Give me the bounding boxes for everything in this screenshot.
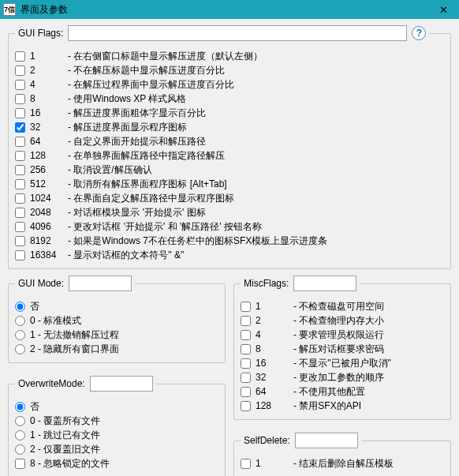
gui-flag-num: 512 xyxy=(30,177,63,191)
overwrite-mode-item-row[interactable]: 2 - 仅覆盖旧文件 xyxy=(15,442,218,456)
gui-flag-checkbox[interactable] xyxy=(15,222,25,232)
self-delete-input[interactable] xyxy=(295,433,358,448)
gui-flag-desc: - 如果是Windows 7不在任务栏中的图标SFX模板上显示进度条 xyxy=(68,234,327,248)
gui-flag-checkbox[interactable] xyxy=(15,208,25,218)
misc-flag-checkbox[interactable] xyxy=(241,373,251,383)
gui-flag-row[interactable]: 2048- 对话框模块显示 '开始提示' 图标 xyxy=(15,205,444,219)
misc-flag-checkbox[interactable] xyxy=(241,401,251,411)
gui-flag-row[interactable]: 16384- 显示对话框的文本符号" &" xyxy=(15,248,444,262)
gui-flag-checkbox[interactable] xyxy=(15,51,25,62)
misc-flag-row[interactable]: 8- 解压对话框要求密码 xyxy=(241,342,444,356)
misc-flag-row[interactable]: 2- 不检查物理内存大小 xyxy=(241,313,444,328)
overwrite-mode-item-row[interactable]: 1 - 跳过已有文件 xyxy=(15,428,218,442)
gui-flag-row[interactable]: 256- 取消设置/解压确认 xyxy=(15,163,444,177)
gui-flag-row[interactable]: 2- 不在解压标题中显示解压进度百分比 xyxy=(15,63,444,77)
gui-mode-group: GUI Mode: 否0 - 标准模式1 - 无法撤销解压过程2 - 隐藏所有窗… xyxy=(8,275,226,363)
gui-flag-row[interactable]: 128- 在单独界面解压路径中指定路径解压 xyxy=(15,148,444,163)
gui-flag-checkbox[interactable] xyxy=(15,80,25,90)
overwrite-mode-item-radio[interactable] xyxy=(15,416,25,426)
overwrite-mode-input[interactable] xyxy=(90,376,153,392)
gui-mode-item-row[interactable]: 1 - 无法撤销解压过程 xyxy=(15,328,218,342)
overwrite-mode-item-radio[interactable] xyxy=(15,402,25,412)
gui-flag-row[interactable]: 4- 在解压过程界面中显示解压进度百分比 xyxy=(15,77,444,92)
misc-flag-desc: - 要求管理员权限运行 xyxy=(293,328,384,342)
close-icon[interactable]: ✕ xyxy=(427,0,459,19)
gui-flag-checkbox[interactable] xyxy=(15,108,25,118)
overwrite-mode-item-row[interactable]: 否 xyxy=(15,399,218,414)
misc-flags-input[interactable] xyxy=(293,275,356,291)
gui-flag-row[interactable]: 32- 解压进度界面显示程序图标 xyxy=(15,120,444,134)
gui-mode-item-row[interactable]: 否 xyxy=(15,299,218,313)
misc-flag-row[interactable]: 4- 要求管理员权限运行 xyxy=(241,328,444,342)
misc-flag-desc: - 禁用SFX的API xyxy=(293,399,361,413)
gui-mode-item-label: 2 - 隐藏所有窗口界面 xyxy=(30,342,119,356)
gui-mode-item-row[interactable]: 2 - 隐藏所有窗口界面 xyxy=(15,342,218,356)
gui-flag-desc: - 不在解压标题中显示解压进度百分比 xyxy=(68,63,225,77)
gui-flag-checkbox[interactable] xyxy=(15,137,25,147)
gui-flag-row[interactable]: 64- 自定义界面开始提示和解压路径 xyxy=(15,134,444,148)
misc-flag-checkbox[interactable] xyxy=(241,330,251,340)
misc-flag-checkbox[interactable] xyxy=(241,387,251,397)
misc-flag-checkbox[interactable] xyxy=(241,316,251,326)
misc-flag-checkbox[interactable] xyxy=(241,302,251,312)
misc-flag-row[interactable]: 128- 禁用SFX的API xyxy=(241,399,444,413)
gui-flag-num: 256 xyxy=(30,163,63,177)
overwrite-mode-item-checkbox[interactable] xyxy=(15,459,25,469)
gui-flag-row[interactable]: 1024- 在界面自定义解压路径中显示程序图标 xyxy=(15,191,444,205)
gui-flag-row[interactable]: 512- 取消所有解压界面程序图标 [Alt+Tab] xyxy=(15,177,444,191)
help-icon[interactable]: ? xyxy=(412,26,426,40)
gui-mode-item-row[interactable]: 0 - 标准模式 xyxy=(15,313,218,328)
gui-flag-checkbox[interactable] xyxy=(15,94,25,104)
gui-flags-label: GUI Flags: xyxy=(18,28,63,39)
gui-mode-item-radio[interactable] xyxy=(15,316,25,326)
gui-flag-checkbox[interactable] xyxy=(15,151,25,161)
gui-mode-input[interactable] xyxy=(69,275,132,291)
window-title: 界面及参数 xyxy=(21,3,68,17)
misc-flag-row[interactable]: 1- 不检查磁盘可用空间 xyxy=(241,299,444,313)
misc-flag-num: 8 xyxy=(256,342,289,356)
misc-flag-row[interactable]: 64- 不使用其他配置 xyxy=(241,384,444,399)
titlebar: 7信 界面及参数 ✕ xyxy=(0,0,459,19)
gui-flag-checkbox[interactable] xyxy=(15,193,25,204)
gui-flag-checkbox[interactable] xyxy=(15,179,25,189)
gui-flag-checkbox[interactable] xyxy=(15,66,25,76)
gui-flag-checkbox[interactable] xyxy=(15,250,25,260)
misc-flag-num: 2 xyxy=(256,313,289,328)
gui-flag-desc: - 使用Windows XP 样式风格 xyxy=(68,92,186,106)
gui-flag-num: 16384 xyxy=(30,248,63,262)
gui-flag-row[interactable]: 8192- 如果是Windows 7不在任务栏中的图标SFX模板上显示进度条 xyxy=(15,234,444,248)
misc-flag-checkbox[interactable] xyxy=(241,344,251,354)
misc-flag-checkbox[interactable] xyxy=(241,358,251,369)
gui-flag-checkbox[interactable] xyxy=(15,165,25,175)
self-delete-flag-row[interactable]: 1- 结束后删除自解压模板 xyxy=(241,456,444,470)
gui-flag-desc: - 对话框模块显示 '开始提示' 图标 xyxy=(68,205,206,219)
overwrite-mode-item-row[interactable]: 8 - 忽略锁定的文件 xyxy=(15,456,218,470)
gui-flag-row[interactable]: 4096- 更改对话框 '开始提示' 和 '解压路径' 按钮名称 xyxy=(15,219,444,234)
self-delete-group: SelfDelete: 1- 结束后删除自解压模板 xyxy=(233,433,451,476)
gui-flag-row[interactable]: 1- 在右侧窗口标题中显示解压进度（默认左侧） xyxy=(15,49,444,63)
self-delete-flag-checkbox[interactable] xyxy=(241,459,251,469)
overwrite-mode-item-radio[interactable] xyxy=(15,430,25,440)
gui-mode-item-radio[interactable] xyxy=(15,330,25,340)
gui-flag-desc: - 在右侧窗口标题中显示解压进度（默认左侧） xyxy=(68,49,263,63)
misc-flags-group: MiscFlags: 1- 不检查磁盘可用空间2- 不检查物理内存大小4- 要求… xyxy=(233,275,451,420)
overwrite-mode-item-radio[interactable] xyxy=(15,444,25,455)
gui-flag-desc: - 解压进度界面粗体字显示百分比 xyxy=(68,106,206,120)
gui-mode-item-radio[interactable] xyxy=(15,344,25,354)
misc-flag-row[interactable]: 16- 不显示"已被用户取消" xyxy=(241,356,444,370)
misc-flag-row[interactable]: 32- 更改加工参数的顺序 xyxy=(241,370,444,384)
gui-flags-input[interactable] xyxy=(68,25,407,41)
gui-flag-row[interactable]: 16- 解压进度界面粗体字显示百分比 xyxy=(15,106,444,120)
misc-flag-desc: - 解压对话框要求密码 xyxy=(293,342,384,356)
gui-flag-num: 64 xyxy=(30,134,63,148)
gui-flags-group: GUI Flags: ? 1- 在右侧窗口标题中显示解压进度（默认左侧）2- 不… xyxy=(8,25,451,269)
gui-flag-checkbox[interactable] xyxy=(15,236,25,246)
gui-flag-checkbox[interactable] xyxy=(15,122,25,133)
overwrite-mode-item-label: 1 - 跳过已有文件 xyxy=(30,428,100,442)
misc-flag-num: 4 xyxy=(256,328,289,342)
gui-flag-row[interactable]: 8- 使用Windows XP 样式风格 xyxy=(15,92,444,106)
gui-mode-item-radio[interactable] xyxy=(15,302,25,312)
misc-flag-num: 16 xyxy=(256,356,289,370)
overwrite-mode-item-row[interactable]: 0 - 覆盖所有文件 xyxy=(15,414,218,428)
gui-flag-desc: - 在界面自定义解压路径中显示程序图标 xyxy=(68,191,234,205)
